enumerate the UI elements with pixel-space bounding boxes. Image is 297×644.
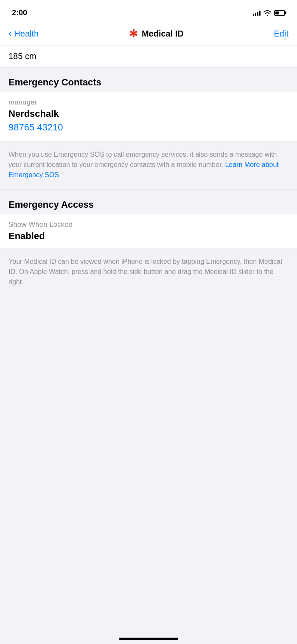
contact-card: manager Nerdschalk 98765 43210 [0,92,297,142]
height-row: 185 cm [0,45,297,68]
nav-bar: ‹ Health ✱ Medical ID Edit [0,23,297,45]
learn-more-link[interactable]: Learn More about Emergency SOS [8,161,279,178]
status-time: 2:00 [12,8,27,17]
show-when-locked-label: Show When Locked [8,220,289,229]
page-title: ✱ Medical ID [129,28,184,39]
home-indicator [119,638,178,640]
emergency-contacts-header: Emergency Contacts [0,68,297,92]
back-button[interactable]: ‹ Health [8,29,39,39]
locked-info-text: Your Medical ID can be viewed when iPhon… [8,257,289,287]
locked-info-box: Your Medical ID can be viewed when iPhon… [0,249,297,297]
battery-icon [274,10,285,16]
medical-asterisk-icon: ✱ [129,28,138,39]
emergency-access-header: Emergency Access [0,190,297,215]
emergency-sos-info-text: When you use Emergency SOS to call emerg… [8,150,289,180]
chevron-left-icon: ‹ [8,29,11,38]
emergency-access-title: Emergency Access [8,199,94,210]
spacer [0,297,297,323]
contact-role: manager [8,98,289,107]
status-bar: 2:00 [0,0,297,23]
height-value: 185 cm [8,51,36,61]
edit-button[interactable]: Edit [274,29,289,39]
signal-icon [253,10,261,16]
show-when-locked-row: Show When Locked Enabled [0,215,297,249]
show-when-locked-value: Enabled [8,231,289,242]
title-text: Medical ID [142,29,184,39]
wifi-icon [263,10,272,16]
emergency-sos-info-box: When you use Emergency SOS to call emerg… [0,142,297,190]
back-label: Health [14,29,39,39]
emergency-contacts-title: Emergency Contacts [8,77,101,88]
battery-fill [275,11,279,14]
contact-name: Nerdschalk [8,108,289,119]
status-icons [253,10,285,16]
contact-phone[interactable]: 98765 43210 [8,122,289,133]
